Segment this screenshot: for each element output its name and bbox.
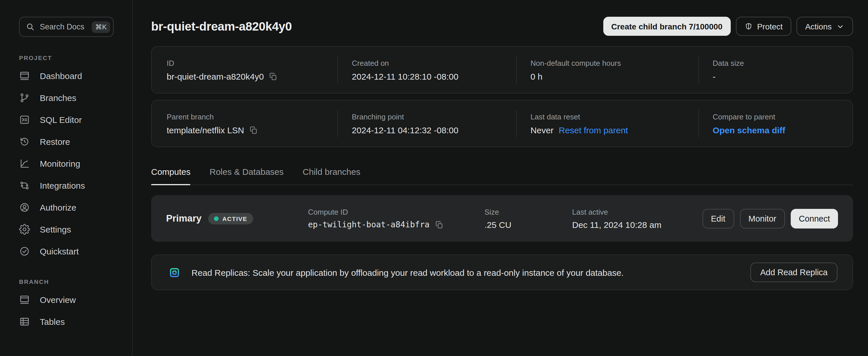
- sidebar-item-label: Branches: [40, 93, 76, 102]
- sidebar-item-dashboard[interactable]: Dashboard: [19, 65, 132, 87]
- sidebar-item-quickstart[interactable]: Quickstart: [19, 240, 132, 262]
- integrations-icon: [19, 180, 30, 191]
- tab-computes[interactable]: Computes: [151, 167, 191, 185]
- monitoring-icon: [19, 158, 30, 169]
- branching-point-value: 2024-12-11 04:12:32 -08:00: [352, 125, 516, 135]
- branch-id-value: br-quiet-dream-a820k4y0: [167, 71, 264, 81]
- read-replica-banner: Read Replicas: Scale your application by…: [151, 255, 853, 290]
- sidebar-section-branch: BRANCH: [19, 278, 132, 285]
- edit-button[interactable]: Edit: [702, 209, 734, 228]
- sidebar-item-label: SQL Editor: [40, 115, 82, 124]
- compute-id-value: ep-twilight-boat-a84ibfra: [308, 220, 429, 229]
- chevron-down-icon: [836, 22, 844, 30]
- branch-info-card: ID br-quiet-dream-a820k4y0 Created on 20…: [151, 46, 853, 93]
- connect-button[interactable]: Connect: [791, 209, 838, 228]
- last-active-value: Dec 11, 2024 10:28 am: [572, 219, 702, 229]
- add-read-replica-button[interactable]: Add Read Replica: [750, 263, 837, 282]
- authorize-icon: [19, 202, 30, 213]
- sidebar-item-restore[interactable]: Restore: [19, 130, 132, 152]
- sidebar-item-authorize[interactable]: Authorize: [19, 196, 132, 218]
- sql-editor-icon: [19, 114, 30, 125]
- search-docs-input[interactable]: Search Docs ⌘K: [19, 17, 114, 37]
- dashboard-icon: [19, 70, 30, 81]
- data-size-value: -: [713, 71, 852, 81]
- restore-icon: [19, 136, 30, 147]
- main-content: br-quiet-dream-a820k4y0 Create child bra…: [133, 0, 868, 356]
- tab-roles-databases[interactable]: Roles & Databases: [210, 167, 284, 185]
- sidebar-item-branches[interactable]: Branches: [19, 87, 132, 109]
- search-icon: [26, 23, 35, 31]
- sidebar-section-project: PROJECT: [19, 54, 132, 61]
- sidebar-item-settings[interactable]: Settings: [19, 218, 132, 240]
- quickstart-icon: [19, 245, 30, 257]
- field-label: Parent branch: [167, 112, 337, 121]
- settings-icon: [19, 224, 30, 235]
- sidebar-item-label: Settings: [40, 224, 71, 234]
- sidebar-item-integrations[interactable]: Integrations: [19, 174, 132, 196]
- field-label: Created on: [352, 59, 516, 67]
- active-dot: [214, 216, 219, 221]
- field-label: Compare to parent: [713, 112, 852, 121]
- sidebar-item-label: Dashboard: [40, 71, 82, 81]
- actions-button[interactable]: Actions: [797, 17, 853, 36]
- reset-from-parent-link[interactable]: Reset from parent: [559, 125, 628, 135]
- field-label: ID: [167, 59, 337, 67]
- page-title: br-quiet-dream-a820k4y0: [151, 19, 292, 33]
- overview-icon: [19, 294, 30, 305]
- tables-icon: [19, 316, 30, 327]
- tab-bar: Computes Roles & Databases Child branche…: [151, 167, 853, 185]
- sidebar: Search Docs ⌘K PROJECT Dashboard Branche…: [0, 0, 133, 356]
- compute-size-value: .25 CU: [485, 219, 572, 229]
- field-label: Compute ID: [308, 208, 485, 216]
- sidebar-item-label: Restore: [40, 137, 70, 146]
- copy-icon[interactable]: [435, 220, 443, 229]
- field-label: Last data reset: [531, 112, 699, 121]
- primary-compute-row: Primary ACTIVE Compute ID ep-twilight-bo…: [151, 195, 853, 242]
- compute-hours-value: 0 h: [531, 71, 699, 81]
- copy-icon[interactable]: [249, 125, 258, 134]
- status-badge: ACTIVE: [209, 213, 253, 224]
- field-label: Branching point: [352, 112, 516, 121]
- chip-icon: [167, 265, 182, 280]
- monitor-button[interactable]: Monitor: [740, 209, 785, 228]
- compute-name: Primary: [166, 213, 202, 224]
- field-label: Size: [485, 207, 572, 216]
- sidebar-item-sql-editor[interactable]: SQL Editor: [19, 109, 132, 130]
- sidebar-item-tables[interactable]: Tables: [19, 310, 132, 332]
- created-on-value: 2024-12-11 10:28:10 -08:00: [352, 71, 516, 81]
- field-label: Data size: [713, 59, 852, 67]
- shield-icon: [744, 22, 752, 30]
- sidebar-item-label: Tables: [40, 317, 65, 326]
- sidebar-item-label: Overview: [40, 295, 76, 304]
- read-replica-description: Read Replicas: Scale your application by…: [191, 267, 741, 277]
- sidebar-item-label: Authorize: [40, 202, 76, 212]
- app-window: Search Docs ⌘K PROJECT Dashboard Branche…: [0, 0, 868, 356]
- create-child-branch-button[interactable]: Create child branch 7/100000: [603, 17, 731, 36]
- sidebar-item-monitoring[interactable]: Monitoring: [19, 152, 132, 174]
- protect-button[interactable]: Protect: [736, 17, 791, 36]
- search-shortcut-badge: ⌘K: [92, 21, 110, 33]
- copy-icon[interactable]: [269, 72, 278, 81]
- parent-branch-value: template/netflix LSN: [167, 125, 244, 135]
- parent-info-card: Parent branch template/netflix LSN Branc…: [151, 100, 853, 147]
- sidebar-item-label: Monitoring: [40, 158, 80, 168]
- tab-child-branches[interactable]: Child branches: [303, 167, 361, 185]
- sidebar-item-label: Integrations: [40, 180, 85, 190]
- field-label: Non-default compute hours: [531, 59, 699, 67]
- open-schema-diff-link[interactable]: Open schema diff: [713, 125, 785, 135]
- search-placeholder: Search Docs: [40, 23, 87, 31]
- branches-icon: [19, 92, 30, 103]
- field-label: Last active: [572, 207, 702, 216]
- sidebar-item-overview[interactable]: Overview: [19, 289, 132, 310]
- last-data-reset-value: Never: [531, 125, 554, 135]
- sidebar-item-label: Quickstart: [40, 246, 79, 256]
